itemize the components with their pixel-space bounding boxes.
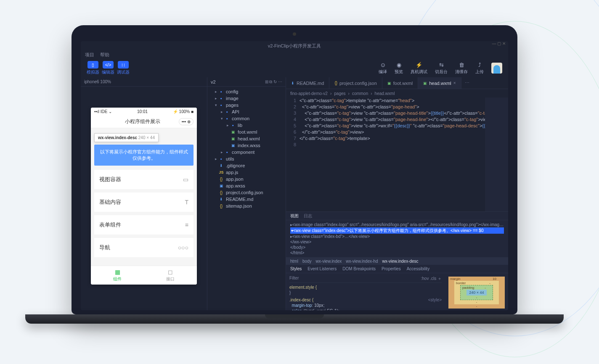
explorer-actions[interactable]: ⊞ ⧉ ↻ ⋯ bbox=[265, 79, 282, 84]
api-icon: ◻ bbox=[144, 269, 197, 275]
list-item[interactable]: 基础内容T bbox=[94, 193, 193, 212]
action-preview[interactable]: ◉预览 bbox=[395, 62, 403, 75]
minimap[interactable] bbox=[485, 98, 508, 211]
laptop-frame: v2-FinClip小程序开发工具 — ▢ ✕ 项目 帮助 ▯模拟器 </>编辑… bbox=[72, 25, 517, 324]
editor-tabs: ⬇README.md {}project.config.json ▣foot.w… bbox=[286, 77, 508, 89]
subtab-props[interactable]: Properties bbox=[382, 266, 401, 271]
tree-file[interactable]: {}app.json bbox=[207, 176, 286, 182]
tree-folder[interactable]: ▸▪API bbox=[207, 108, 286, 115]
tree-file[interactable]: {}project.config.json bbox=[207, 189, 286, 196]
devtools: 视图 日志 ▸<wx-image class="index-logo" src=… bbox=[286, 211, 508, 310]
tree-folder[interactable]: ▸▪config bbox=[207, 88, 286, 95]
window-controls[interactable]: — ▢ ✕ bbox=[492, 41, 506, 46]
menu-help[interactable]: 帮助 bbox=[100, 52, 109, 58]
devtools-subtabs: Styles Event Listeners DOM Breakpoints P… bbox=[286, 265, 508, 273]
tree-folder[interactable]: ▸▪lib bbox=[207, 122, 286, 129]
device-label[interactable]: iphone6 100% bbox=[84, 79, 111, 84]
phone-preview: ••ıl IDE ⌄ 10:01 ⚡ 100% ■ 小程序组件展示 ••• ⊗ … bbox=[91, 108, 197, 285]
list-item[interactable]: 表单组件≡ bbox=[94, 215, 193, 235]
action-clear-cache[interactable]: 🗑清缓存 bbox=[455, 62, 468, 75]
explorer-root[interactable]: v2 bbox=[211, 79, 216, 84]
toolbar: ▯模拟器 </>编辑器 ⫶⫶调试器 ⊙编译 ◉预览 ⚡真机调试 ⇆切后台 🗑清缓… bbox=[81, 59, 508, 77]
action-remote-debug[interactable]: ⚡真机调试 bbox=[411, 62, 427, 75]
filter-input[interactable]: Filter bbox=[289, 276, 299, 282]
camera-dot bbox=[293, 32, 296, 36]
status-left: ••ıl IDE ⌄ bbox=[94, 109, 112, 114]
code-editor[interactable]: 12345678 <"c-attr">class="c-tag">templat… bbox=[286, 98, 508, 211]
nav-icon: ○○○ bbox=[178, 244, 188, 251]
tree-folder[interactable]: ▸▪image bbox=[207, 95, 286, 102]
subtab-events[interactable]: Event Listeners bbox=[307, 266, 337, 271]
dt-tab-view[interactable]: 视图 bbox=[290, 213, 299, 219]
simulator-panel: iphone6 100% ••ıl IDE ⌄ 10:01 ⚡ 100% ■ 小… bbox=[81, 77, 207, 310]
nav-title: 小程序组件展示 bbox=[107, 118, 179, 125]
mode-debugger[interactable]: ⫶⫶调试器 bbox=[117, 61, 130, 75]
nav-actions[interactable]: ••• ⊗ bbox=[179, 118, 193, 125]
close-icon[interactable]: × bbox=[453, 81, 456, 85]
dt-tab-log[interactable]: 日志 bbox=[304, 213, 312, 219]
titlebar: v2-FinClip小程序开发工具 — ▢ ✕ bbox=[81, 41, 508, 50]
gutter: 12345678 bbox=[286, 98, 300, 211]
tree-file[interactable]: ▣foot.wxml bbox=[207, 129, 286, 135]
text-icon: T bbox=[185, 199, 188, 206]
action-compile[interactable]: ⊙编译 bbox=[379, 62, 387, 75]
tree-file[interactable]: ⬇README.md bbox=[207, 196, 286, 203]
list-item[interactable]: 视图容器▭ bbox=[94, 170, 193, 189]
menubar: 项目 帮助 bbox=[81, 50, 508, 59]
tree-folder[interactable]: ▾▪common bbox=[207, 115, 286, 122]
tab-head-wxml[interactable]: ▣head.wxml× bbox=[418, 77, 461, 89]
tabs-more[interactable]: ⋯ bbox=[461, 80, 473, 86]
list-item[interactable]: 导航○○○ bbox=[94, 238, 193, 257]
window-title: v2-FinClip小程序开发工具 bbox=[268, 43, 321, 49]
action-upload[interactable]: ⤴上传 bbox=[475, 62, 484, 75]
status-right: ⚡ 100% ■ bbox=[173, 109, 193, 114]
tree-folder[interactable]: ▸▪component bbox=[207, 149, 286, 156]
container-icon: ▭ bbox=[183, 176, 188, 183]
tabbar-api[interactable]: ◻接口 bbox=[144, 266, 197, 285]
menu-project[interactable]: 项目 bbox=[85, 52, 94, 58]
status-time: 10:01 bbox=[137, 109, 148, 114]
tree-file[interactable]: ▣head.wxml bbox=[207, 135, 286, 142]
box-model: margin 10 border - padding - 240 × 4 bbox=[445, 273, 508, 310]
file-explorer: v2 ⊞ ⧉ ↻ ⋯ ▸▪config▸▪image▾▪pages▸▪API▾▪… bbox=[207, 77, 286, 310]
mode-simulator[interactable]: ▯模拟器 bbox=[87, 61, 99, 75]
styles-pane[interactable]: Filter :hov .cls ＋ element.style {} <sty… bbox=[286, 273, 445, 310]
tree-file[interactable]: ⬇.gitignore bbox=[207, 162, 286, 169]
subtab-styles[interactable]: Styles bbox=[290, 266, 302, 271]
tab-foot-wxml[interactable]: ▣foot.wxml bbox=[382, 77, 418, 89]
filter-actions[interactable]: :hov .cls ＋ bbox=[421, 276, 442, 282]
action-background[interactable]: ⇆切后台 bbox=[435, 62, 448, 75]
subtab-a11y[interactable]: Accessibility bbox=[407, 266, 429, 271]
mode-editor[interactable]: </>编辑器 bbox=[102, 61, 114, 75]
devtools-breadcrumb[interactable]: html body wx-view.index wx-view.index-hd… bbox=[286, 257, 508, 265]
tab-readme[interactable]: ⬇README.md bbox=[286, 77, 329, 89]
tree-folder[interactable]: ▸▪utils bbox=[207, 156, 286, 162]
grid-icon: ▦ bbox=[91, 269, 144, 275]
inspect-tooltip: wx-view.index-desc 240 × 44 bbox=[94, 133, 159, 142]
form-icon: ≡ bbox=[185, 222, 188, 228]
tree-file[interactable]: JSapp.js bbox=[207, 169, 286, 176]
tree-folder[interactable]: ▾▪pages bbox=[207, 102, 286, 108]
breadcrumb[interactable]: fino-applet-demo-v2› pages› common› head… bbox=[286, 89, 508, 98]
ide-screen: v2-FinClip小程序开发工具 — ▢ ✕ 项目 帮助 ▯模拟器 </>编辑… bbox=[81, 41, 508, 310]
subtab-dom-bp[interactable]: DOM Breakpoints bbox=[342, 266, 376, 271]
tabbar-components[interactable]: ▦组件 bbox=[91, 266, 144, 285]
dom-tree[interactable]: ▸<wx-image class="index-logo" src="../re… bbox=[286, 220, 508, 257]
tab-project-config[interactable]: {}project.config.json bbox=[329, 77, 382, 89]
tree-file[interactable]: ▣app.wxss bbox=[207, 182, 286, 189]
tree-file[interactable]: ▣index.wxss bbox=[207, 142, 286, 149]
tree-file[interactable]: {}sitemap.json bbox=[207, 203, 286, 209]
avatar[interactable] bbox=[491, 63, 502, 74]
highlighted-element[interactable]: 以下将展示小程序官方组件能力，组件样式仅供参考。 bbox=[94, 145, 193, 166]
